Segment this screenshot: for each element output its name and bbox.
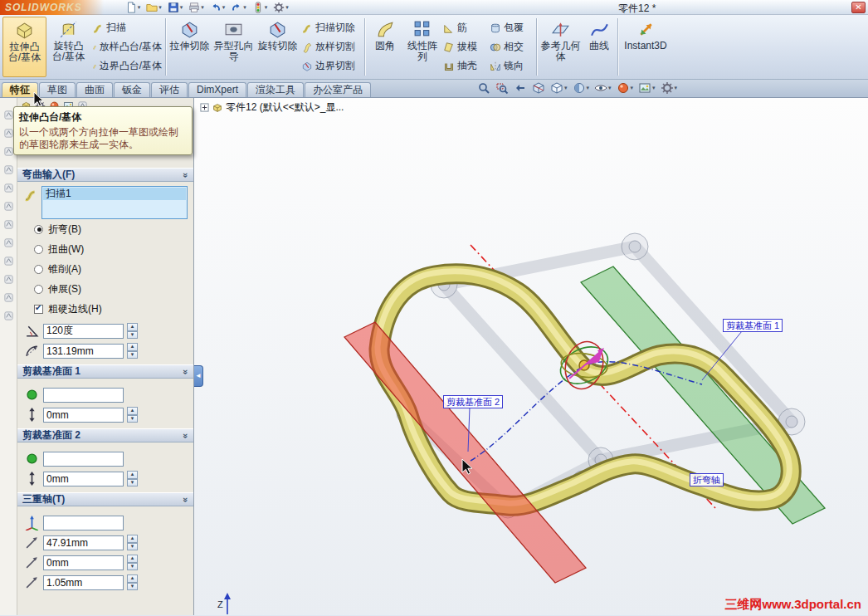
radius-spinner[interactable]: ▲▼ [127, 343, 138, 359]
hide-show-caret-icon[interactable]: ▾ [608, 85, 612, 91]
graphics-viewport[interactable]: 零件12 (默认<<默认>_显... ◄ [194, 98, 868, 615]
side-tool-icon[interactable] [3, 164, 14, 175]
taper-radio-option[interactable]: 锥削(A) [23, 259, 188, 279]
ribbon-button-linear-pattern[interactable]: 线性阵列 [403, 17, 441, 77]
display-style-caret-icon[interactable]: ▾ [587, 85, 590, 91]
side-tool-icon[interactable] [3, 183, 14, 193]
triad-header[interactable]: 三重轴(T) » [17, 492, 193, 506]
ribbon-button-swept-cut[interactable]: 扫描切除 [301, 20, 361, 37]
bend-radio-icon[interactable] [34, 225, 43, 234]
open-caret-icon[interactable]: ▾ [158, 4, 162, 11]
side-tool-icon[interactable] [3, 237, 14, 248]
trim-plane-1-header[interactable]: 剪裁基准面 1 » [17, 364, 193, 379]
triad-z-input[interactable] [43, 575, 124, 590]
side-tool-icon[interactable] [3, 146, 14, 157]
redo-caret-icon[interactable]: ▾ [243, 4, 246, 11]
trim2-offset-input[interactable] [43, 472, 124, 486]
hide-show-items-button[interactable]: ▾ [594, 81, 612, 95]
new-caret-icon[interactable]: ▾ [138, 4, 141, 11]
panel-flyout-arrow[interactable]: ◄ [194, 365, 203, 387]
tab-dimxpert[interactable]: DimXpert [188, 82, 246, 97]
bend-angle-input[interactable] [43, 324, 124, 339]
tab-evaluate[interactable]: 评估 [151, 82, 188, 97]
trim2-reference-input[interactable] [43, 452, 124, 467]
ribbon-button-hole-wizard[interactable]: 异型孔向导 [212, 17, 256, 77]
tab-sheet-metal[interactable]: 钣金 [114, 82, 150, 97]
print-button[interactable]: ▾ [188, 2, 204, 13]
taper-radio-icon[interactable] [34, 265, 43, 274]
side-tool-icon[interactable] [3, 110, 14, 120]
trim-plane-2-surface[interactable] [344, 322, 586, 583]
collapse-chevron-icon[interactable]: » [181, 496, 191, 501]
tab-office-products[interactable]: 办公室产品 [305, 82, 371, 97]
previous-view-button[interactable] [514, 81, 527, 95]
zoom-fit-button[interactable] [477, 81, 490, 95]
ribbon-button-fillet[interactable]: 圆角 [367, 17, 403, 77]
flex-input-header[interactable]: 弯曲输入(F) » [17, 168, 193, 182]
trim1-offset-input[interactable] [43, 408, 124, 423]
trim-plane-2-header[interactable]: 剪裁基准面 2 » [17, 428, 193, 442]
trim1-offset-spinner[interactable]: ▲▼ [127, 407, 138, 423]
view-orientation-button[interactable]: ▾ [550, 81, 568, 95]
undo-button[interactable]: ▾ [210, 2, 226, 13]
triad-reference-input[interactable] [43, 516, 124, 530]
ribbon-button-rib[interactable]: 筋 [443, 20, 486, 37]
tab-render-tools[interactable]: 渲染工具 [247, 82, 304, 97]
ribbon-button-shell[interactable]: 抽壳 [443, 58, 486, 75]
ribbon-button-boundary-boss[interactable]: 边界凸台/基体 [92, 58, 162, 75]
view-settings-caret-icon[interactable]: ▾ [675, 85, 678, 91]
trim-plane-1-label[interactable]: 剪裁基准面 1 [723, 319, 783, 332]
bend-axis-label[interactable]: 折弯轴 [690, 473, 724, 486]
twist-radio-icon[interactable] [34, 245, 43, 254]
angle-spinner[interactable]: ▲▼ [127, 323, 138, 339]
ribbon-button-lofted-boss[interactable]: 放样凸台/基体 [92, 39, 162, 56]
options-button[interactable]: ▾ [273, 2, 289, 13]
side-tool-icon[interactable] [3, 310, 14, 321]
undo-caret-icon[interactable]: ▾ [222, 4, 226, 11]
tree-part-label[interactable]: 零件12 (默认<<默认>_显... [226, 100, 344, 115]
ribbon-button-instant3d[interactable]: Instant3D [620, 17, 671, 77]
scene-caret-icon[interactable]: ▾ [652, 85, 656, 91]
new-document-button[interactable]: ▾ [125, 2, 141, 13]
ribbon-button-extruded-cut[interactable]: 拉伸切除 [168, 17, 212, 77]
triad-y-spinner[interactable]: ▲▼ [127, 555, 138, 570]
apply-scene-button[interactable]: ▾ [638, 81, 656, 95]
collapse-chevron-icon[interactable]: » [181, 433, 191, 438]
side-tool-icon[interactable] [3, 201, 14, 212]
view-orientation-caret-icon[interactable]: ▾ [564, 85, 568, 91]
model-canvas[interactable]: Z [194, 98, 868, 615]
side-tool-icon[interactable] [3, 128, 14, 139]
twist-radio-option[interactable]: 扭曲(W) [23, 239, 188, 259]
trim-plane-2-label[interactable]: 剪裁基准面 2 [443, 395, 503, 408]
rebuild-button[interactable]: ▾ [252, 2, 268, 13]
side-tool-icon[interactable] [3, 219, 14, 230]
appearance-caret-icon[interactable]: ▾ [631, 85, 634, 91]
ribbon-button-revolved-cut[interactable]: 旋转切除 [256, 17, 300, 77]
ribbon-button-extruded-boss[interactable]: 拉伸凸台/基体 [2, 17, 46, 77]
ribbon-button-boundary-cut[interactable]: 边界切割 [301, 58, 361, 75]
view-settings-button[interactable]: ▾ [661, 81, 678, 95]
close-button[interactable]: ✕ [851, 2, 866, 13]
selected-body-item[interactable]: 扫描1 [43, 188, 186, 200]
side-tool-icon[interactable] [3, 256, 14, 266]
collapse-chevron-icon[interactable]: » [181, 172, 191, 177]
ribbon-button-sweep[interactable]: 扫描 [92, 20, 162, 37]
tab-surfaces[interactable]: 曲面 [76, 82, 113, 97]
triad-x-input[interactable] [43, 535, 124, 550]
bodies-to-flex-listbox[interactable]: 扫描1 [41, 186, 188, 219]
triad-z-spinner[interactable]: ▲▼ [127, 574, 138, 590]
open-button[interactable]: ▾ [146, 2, 162, 13]
ribbon-button-revolved-boss[interactable]: 旋转凸台/基体 [46, 17, 90, 77]
hard-edges-checkbox-option[interactable]: 粗硬边线(H) [23, 299, 188, 319]
ribbon-button-intersect[interactable]: 相交 [490, 39, 533, 56]
triad-y-input[interactable] [43, 555, 124, 570]
stretch-radio-option[interactable]: 伸展(S) [23, 279, 188, 299]
trim1-reference-input[interactable] [43, 388, 124, 403]
rebuild-caret-icon[interactable]: ▾ [265, 4, 268, 11]
section-view-button[interactable] [532, 81, 545, 95]
tree-expand-icon[interactable] [200, 103, 209, 112]
options-caret-icon[interactable]: ▾ [285, 4, 289, 11]
bend-radio-option[interactable]: 折弯(B) [23, 219, 188, 239]
bend-radius-input[interactable] [43, 344, 124, 359]
side-tool-icon[interactable] [3, 274, 14, 285]
